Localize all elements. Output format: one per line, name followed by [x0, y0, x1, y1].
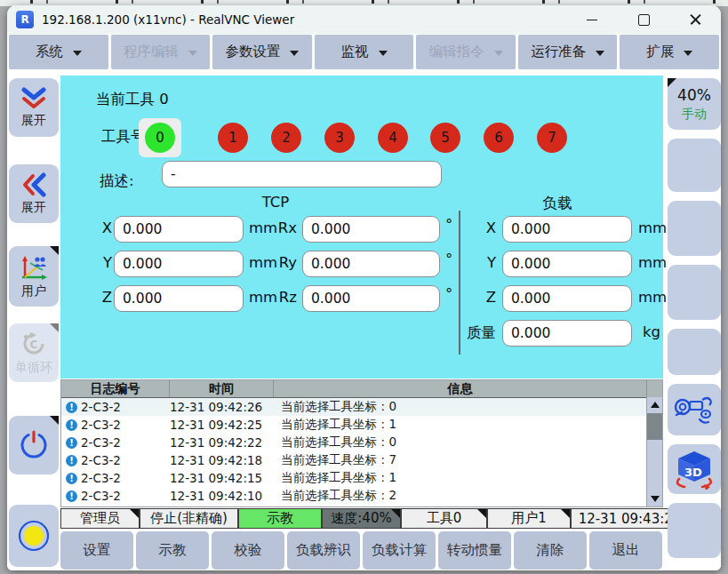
- load-identify-button[interactable]: 负载辨识: [287, 531, 360, 570]
- tool-circle-2[interactable]: 2: [271, 123, 301, 153]
- info-icon: !: [66, 419, 77, 431]
- vnc-viewer-window: R 192.168.1.200 (x11vnc) - RealVNC Viewe…: [7, 5, 721, 570]
- tcp-z-input[interactable]: [114, 285, 244, 312]
- menu-parameter-settings[interactable]: 参数设置: [212, 35, 312, 69]
- menu-program-edit: 程序编辑: [111, 35, 211, 69]
- user-frame-button[interactable]: 用户: [9, 246, 59, 307]
- expand-left-label: 展开: [21, 200, 46, 216]
- log-message: 当前选择工具坐标：2: [274, 488, 662, 504]
- tcp-z-label: Z: [87, 289, 112, 306]
- corner-marker-icon: [50, 416, 59, 425]
- chevron-down-icon: [290, 51, 299, 56]
- right-rail-button-1[interactable]: [668, 139, 721, 192]
- svg-text:3D: 3D: [684, 466, 702, 479]
- teach-button[interactable]: 示教: [136, 531, 209, 570]
- tool-circle-3[interactable]: 3: [324, 123, 355, 153]
- expand-left-button[interactable]: 展开: [9, 164, 59, 223]
- tool-circle-4[interactable]: 4: [378, 123, 408, 153]
- log-id: 2-C3-2: [81, 471, 170, 485]
- tcp-y-label: Y: [87, 254, 112, 271]
- tcp-rx-input[interactable]: [302, 216, 440, 243]
- menu-system[interactable]: 系统: [9, 35, 108, 69]
- status-user-level[interactable]: 管理员: [60, 508, 140, 529]
- log-time: 12-31 09:42:26: [170, 400, 274, 414]
- tcp-section-title: TCP: [187, 194, 364, 211]
- minimize-button[interactable]: [566, 5, 618, 34]
- log-id: 2-C3-2: [81, 453, 170, 467]
- tcp-x-input[interactable]: [114, 216, 244, 243]
- status-mode-teach[interactable]: 示教: [238, 508, 322, 529]
- robot-view-button[interactable]: [668, 384, 721, 435]
- load-mass-input[interactable]: [502, 320, 632, 347]
- status-tool[interactable]: 工具0: [401, 508, 487, 529]
- speed-percent-text: 40%: [677, 86, 711, 104]
- log-scrollbar[interactable]: [646, 397, 662, 506]
- title-bar[interactable]: R 192.168.1.200 (x11vnc) - RealVNC Viewe…: [7, 5, 721, 34]
- menu-run-prepare[interactable]: 运行准备: [518, 35, 618, 69]
- load-calc-button[interactable]: 负载计算: [363, 531, 436, 570]
- 3d-cube-icon: 3D: [672, 449, 716, 490]
- maximize-button[interactable]: [618, 5, 669, 34]
- log-table: 日志编号 时间 信息 ! 2-C3-2 12-31 09:42:26 当前选择工…: [60, 379, 663, 507]
- log-row[interactable]: ! 2-C3-2 12-31 09:42:22 当前选择工具坐标：0: [61, 434, 662, 451]
- load-y-label: Y: [452, 254, 496, 271]
- settings-button[interactable]: 设置: [60, 531, 133, 570]
- tool-circle-7[interactable]: 7: [537, 123, 567, 153]
- menu-bar: 系统 程序编辑 参数设置 监视 编辑指令 运行准备 扩展: [7, 34, 721, 71]
- tool-circle-6[interactable]: 6: [484, 123, 514, 153]
- tcp-rz-label: Rz: [267, 289, 297, 306]
- status-user-frame[interactable]: 用户1: [487, 508, 571, 529]
- right-rail-button-5[interactable]: [668, 503, 721, 558]
- log-id: 2-C3-2: [81, 418, 170, 432]
- expand-down-button[interactable]: 展开: [9, 78, 59, 137]
- menu-monitor[interactable]: 监视: [315, 35, 414, 69]
- status-speed[interactable]: 速度:40%: [322, 508, 401, 529]
- right-rail-button-3[interactable]: [668, 265, 721, 320]
- load-y-input[interactable]: [502, 251, 632, 277]
- tcp-y-input[interactable]: [114, 251, 244, 277]
- user-coordinate-axes-icon: [19, 254, 49, 281]
- power-button[interactable]: [9, 416, 59, 474]
- description-input[interactable]: [162, 161, 442, 187]
- maximize-icon: [638, 14, 650, 26]
- 3d-view-button[interactable]: 3D: [668, 444, 721, 494]
- right-rail-button-2[interactable]: [668, 201, 721, 256]
- right-rail-button-4[interactable]: [668, 329, 721, 375]
- load-z-input[interactable]: [502, 285, 632, 312]
- speed-mode-button[interactable]: 40% 手动: [668, 78, 721, 130]
- menu-extension[interactable]: 扩展: [620, 35, 719, 69]
- log-id: 2-C3-2: [81, 400, 170, 414]
- tool-circle-5[interactable]: 5: [430, 123, 460, 153]
- chevron-down-icon: [73, 51, 82, 56]
- log-time: 12-31 09:42:22: [170, 435, 274, 450]
- info-icon: !: [66, 490, 77, 502]
- load-z-label: Z: [452, 289, 496, 306]
- info-icon: !: [66, 437, 77, 449]
- log-row[interactable]: ! 2-C3-2 12-31 09:42:15 当前选择工具坐标：1: [61, 469, 662, 487]
- scroll-down-icon[interactable]: [651, 496, 660, 502]
- deadman-indicator-button[interactable]: [9, 505, 59, 567]
- scrollbar-thumb[interactable]: [647, 413, 662, 440]
- corner-marker-icon: [391, 509, 400, 518]
- chevron-down-icon: [596, 51, 604, 56]
- chevron-down-icon: [379, 51, 388, 56]
- tool-circle-0[interactable]: 0: [145, 123, 175, 153]
- close-button[interactable]: [669, 5, 721, 34]
- verify-button[interactable]: 校验: [212, 531, 284, 570]
- log-row[interactable]: ! 2-C3-2 12-31 09:42:18 当前选择工具坐标：7: [61, 451, 662, 469]
- tcp-ry-input[interactable]: [302, 251, 440, 277]
- status-run-state[interactable]: 停止(非精确): [140, 508, 238, 529]
- log-time: 12-31 09:42:10: [170, 489, 274, 503]
- exit-button[interactable]: 退出: [589, 531, 662, 570]
- scroll-up-icon[interactable]: [651, 402, 660, 408]
- load-x-input[interactable]: [502, 216, 632, 243]
- clear-button[interactable]: 清除: [514, 531, 587, 570]
- log-row[interactable]: ! 2-C3-2 12-31 09:42:10 当前选择工具坐标：2: [61, 487, 662, 505]
- tool-circle-1[interactable]: 1: [218, 123, 248, 153]
- log-row[interactable]: ! 2-C3-2 12-31 09:42:25 当前选择工具坐标：1: [61, 416, 662, 434]
- log-row[interactable]: ! 2-C3-2 12-31 09:42:26 当前选择工具坐标：0: [61, 398, 662, 416]
- log-id: 2-C3-2: [81, 435, 170, 450]
- log-row-partial[interactable]: ! 2-C3-2: [61, 505, 662, 507]
- tcp-rz-input[interactable]: [302, 285, 440, 312]
- inertia-button[interactable]: 转动惯量: [438, 531, 511, 570]
